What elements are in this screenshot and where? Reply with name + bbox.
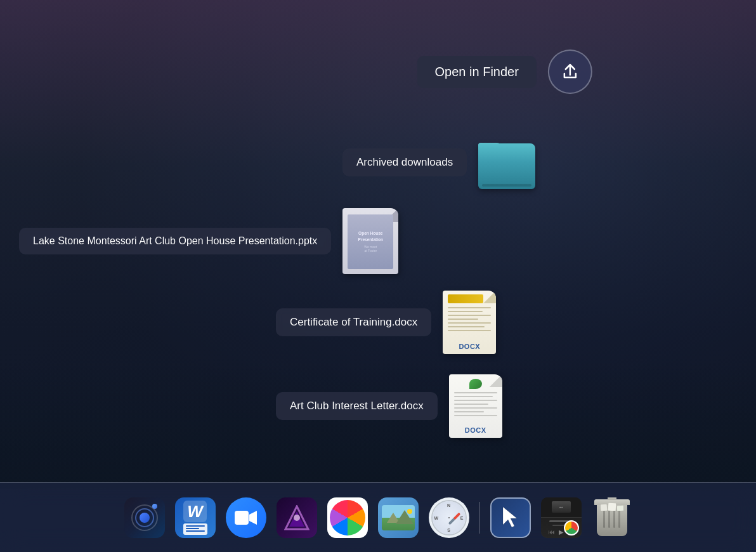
desktop-background: [0, 0, 756, 552]
dock-item-safari[interactable]: N S W E: [426, 495, 472, 541]
cert-label[interactable]: Certificate of Training.docx: [276, 308, 431, 336]
svg-rect-0: [235, 511, 249, 525]
pptx-label[interactable]: Lake Stone Montessori Art Club Open Hous…: [19, 228, 331, 254]
letter-docx-icon[interactable]: DOCX: [449, 374, 502, 438]
open-finder-item: Open in Finder: [417, 49, 592, 94]
dock-item-photos[interactable]: [325, 495, 370, 541]
cert-docx-icon[interactable]: DOCX: [443, 291, 496, 354]
svg-point-4: [294, 515, 300, 521]
open-finder-label[interactable]: Open in Finder: [417, 56, 537, 88]
pptx-file-item: Lake Stone Montessori Art Club Open Hous…: [19, 208, 398, 274]
cert-docx-badge: DOCX: [459, 343, 480, 354]
dock-item-cursor[interactable]: [488, 495, 533, 541]
share-arrow-icon[interactable]: [548, 49, 592, 94]
svg-marker-1: [249, 511, 257, 525]
cert-docx-item: Certificate of Training.docx DOCX: [276, 291, 496, 354]
dock-item-word[interactable]: W: [173, 495, 218, 541]
chrome-overlay-icon: [564, 520, 579, 536]
dock-item-image-capture[interactable]: [375, 495, 421, 541]
letter-docx-item: Art Club Interest Letter.docx DOCX: [276, 374, 502, 438]
archived-downloads-label[interactable]: Archived downloads: [342, 148, 467, 176]
pptx-icon[interactable]: Open HousePresentation We meetat Foster: [342, 208, 398, 274]
archived-downloads-item: Archived downloads: [342, 135, 535, 189]
dock: W: [0, 482, 756, 552]
dock-item-screenium[interactable]: [122, 495, 167, 541]
folder-icon[interactable]: [478, 135, 535, 189]
dock-item-pianobar[interactable]: ●● ⏮ ▶ ⏭: [538, 495, 584, 541]
letter-docx-badge: DOCX: [465, 426, 486, 438]
dock-separator: [479, 502, 480, 534]
dock-item-bbedit[interactable]: [274, 495, 320, 541]
letter-label[interactable]: Art Club Interest Letter.docx: [276, 392, 438, 420]
dock-item-zoom[interactable]: [223, 495, 269, 541]
dock-item-trash[interactable]: [589, 495, 635, 541]
